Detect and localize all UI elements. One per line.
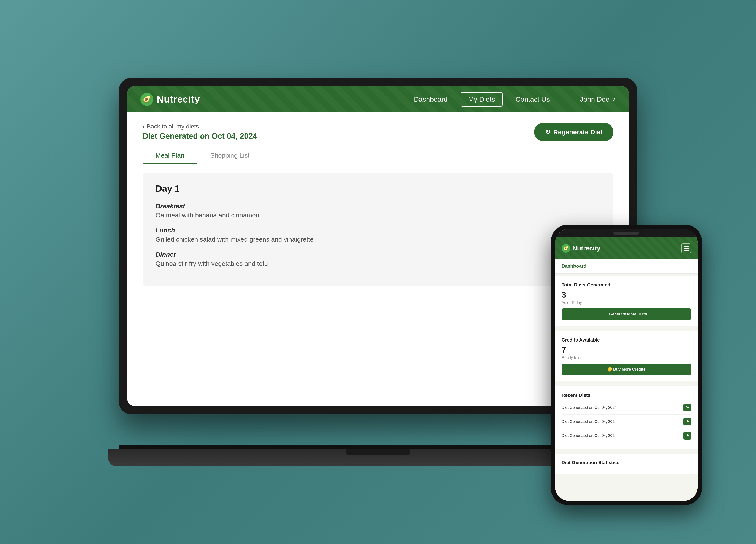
nav-dashboard[interactable]: Dashboard [414, 95, 448, 103]
desktop-logo-icon: 🥑 [140, 93, 153, 106]
nav-my-diets[interactable]: My Diets [461, 92, 502, 107]
recent-diet-label-1: Diet Generated on Oct 04, 2024 [562, 405, 617, 410]
regenerate-diet-button[interactable]: ↻ Regenerate Diet [534, 123, 613, 141]
total-diets-subtitle: As of Today [562, 300, 691, 305]
hamburger-line-1 [684, 246, 689, 247]
back-link[interactable]: ‹ Back to all my diets [143, 123, 257, 130]
hamburger-icon [684, 246, 689, 251]
phone-menu-button[interactable] [681, 243, 691, 253]
total-diets-title: Total Diets Generated [562, 282, 691, 288]
dinner-food: Quinoa stir-fry with vegetables and tofu [156, 260, 600, 267]
eye-icon-2: 👁 [686, 420, 689, 423]
laptop-base-notch [346, 449, 410, 455]
tab-meal-plan[interactable]: Meal Plan [143, 148, 197, 164]
generate-diets-btn-label: + Generate More Diets [606, 312, 647, 316]
total-diets-count: 3 [562, 290, 691, 299]
tab-row: Meal Plan Shopping List [143, 148, 613, 164]
phone-notch-pill [613, 232, 639, 235]
buy-more-credits-button[interactable]: 🪙 Buy More Credits [562, 363, 691, 375]
tab-shopping-list[interactable]: Shopping List [197, 148, 262, 164]
credits-subtitle: Ready to use [562, 355, 691, 360]
divider-1 [555, 326, 698, 328]
breakfast-label: Breakfast [156, 203, 600, 210]
total-diets-card: Total Diets Generated 3 As of Today + Ge… [555, 276, 698, 326]
diet-stats-title: Diet Generation Statistics [562, 460, 691, 465]
desktop-logo-text: Nutrecity [157, 94, 200, 105]
desktop-logo-area: 🥑 Nutrecity [140, 93, 200, 106]
hamburger-line-3 [684, 250, 689, 251]
lunch-section: Lunch Grilled chicken salad with mixed g… [156, 227, 600, 243]
breadcrumb-row: ‹ Back to all my diets Diet Generated on… [143, 123, 613, 141]
lunch-food: Grilled chicken salad with mixed greens … [156, 236, 600, 243]
breakfast-food: Oatmeal with banana and cinnamon [156, 212, 600, 219]
hamburger-line-2 [684, 248, 689, 249]
diet-title: Diet Generated on Oct 04, 2024 [143, 132, 257, 141]
recent-diet-item-2: Diet Generated on Oct 04, 2024 👁 [562, 415, 691, 429]
phone-content: Dashboard Total Diets Generated 3 As of … [555, 259, 698, 501]
phone-dashboard-label: Dashboard [555, 259, 698, 273]
buy-credits-btn-label: 🪙 Buy More Credits [607, 367, 645, 372]
recent-diet-item-3: Diet Generated on Oct 04, 2024 👁 [562, 429, 691, 442]
phone-device: 🥑 Nutrecity Dashboard Total Di [551, 225, 702, 505]
back-link-text: Back to all my diets [147, 123, 199, 130]
eye-icon-1: 👁 [686, 406, 689, 409]
nav-contact[interactable]: Contact Us [516, 95, 550, 103]
recent-diet-label-3: Diet Generated on Oct 04, 2024 [562, 433, 617, 438]
view-diet-button-3[interactable]: 👁 [683, 432, 691, 439]
credits-card: Credits Available 7 Ready to use 🪙 Buy M… [555, 331, 698, 381]
scene: 🥑 Nutrecity Dashboard My Diets Contact U… [32, 13, 724, 531]
recent-diet-label-2: Diet Generated on Oct 04, 2024 [562, 419, 617, 424]
view-diet-button-1[interactable]: 👁 [683, 404, 691, 411]
credits-count: 7 [562, 345, 691, 355]
chevron-left-icon: ‹ [143, 123, 145, 130]
generate-more-diets-button[interactable]: + Generate More Diets [562, 308, 691, 320]
breakfast-section: Breakfast Oatmeal with banana and cinnam… [156, 203, 600, 219]
eye-icon-3: 👁 [686, 434, 689, 438]
divider-3 [555, 449, 698, 451]
diet-stats-section: Diet Generation Statistics [555, 454, 698, 474]
credits-title: Credits Available [562, 337, 691, 343]
phone-notch-bar [555, 229, 698, 238]
refresh-icon: ↻ [545, 128, 550, 136]
day-1-title: Day 1 [156, 184, 600, 194]
phone-logo-icon: 🥑 [562, 244, 570, 253]
recent-diet-item-1: Diet Generated on Oct 04, 2024 👁 [562, 401, 691, 415]
view-diet-button-2[interactable]: 👁 [683, 418, 691, 425]
user-name: John Doe [580, 95, 610, 103]
divider-2 [555, 381, 698, 384]
desktop-navbar: 🥑 Nutrecity Dashboard My Diets Contact U… [127, 86, 629, 112]
user-chevron-down-icon: ∨ [612, 96, 616, 102]
dinner-label: Dinner [156, 251, 600, 258]
recent-diets-title: Recent Diets [562, 392, 691, 398]
dinner-section: Dinner Quinoa stir-fry with vegetables a… [156, 251, 600, 267]
avocado-icon: 🥑 [143, 95, 151, 103]
day-1-card: Day 1 Breakfast Oatmeal with banana and … [143, 173, 613, 286]
lunch-label: Lunch [156, 227, 600, 234]
phone-logo-text: Nutrecity [572, 245, 600, 252]
regen-btn-label: Regenerate Diet [553, 129, 603, 136]
phone-avocado-icon: 🥑 [563, 246, 569, 251]
desktop-nav-user[interactable]: John Doe ∨ [580, 95, 616, 103]
phone-navbar: 🥑 Nutrecity [555, 238, 698, 259]
desktop-nav-links: Dashboard My Diets Contact Us [414, 92, 550, 107]
breadcrumb-col: ‹ Back to all my diets Diet Generated on… [143, 123, 257, 141]
phone-logo-area: 🥑 Nutrecity [562, 244, 600, 253]
recent-diets-section: Recent Diets Diet Generated on Oct 04, 2… [555, 386, 698, 449]
phone-screen: 🥑 Nutrecity Dashboard Total Di [555, 229, 698, 501]
